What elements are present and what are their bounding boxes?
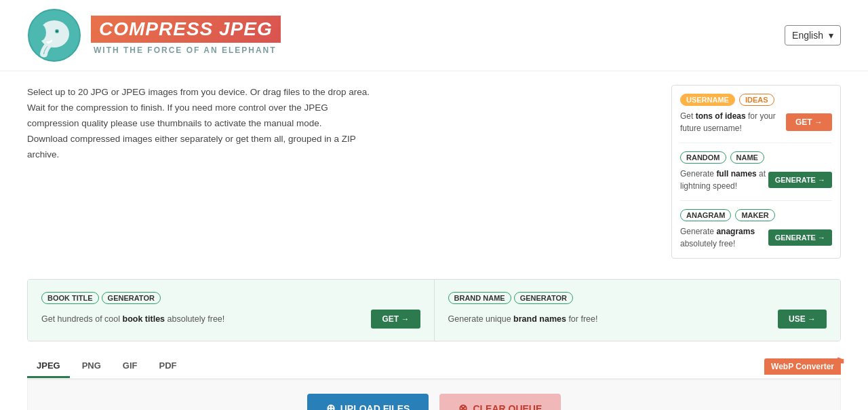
sidebar-ad-anagram: ANAGRAM MAKER Generate anagrams absolute… [680,209,832,250]
tab-gif[interactable]: GIF [113,355,147,378]
tab-jpeg[interactable]: JPEG [27,355,70,378]
banner-ad1-tags: BOOK TITLE GENERATOR [41,292,420,304]
desc-line3: compression quality please use thumbnail… [27,118,322,128]
banner-ad-brand-name: BRAND NAME GENERATOR Generate unique bra… [435,280,841,341]
sidebar-ad-random-name: RANDOM NAME Generate full names at light… [680,151,832,201]
sidebar-ad-username: USERNAME IDEAS Get tons of ideas for you… [680,94,832,143]
ad1-get-button[interactable]: GET → [786,113,832,131]
ad2-description: Generate full names at lightning speed! [680,168,768,192]
elephant-logo [27,8,81,62]
ad1-description: Get tons of ideas for your future userna… [680,110,786,134]
language-selector[interactable]: English ▾ [785,25,841,45]
upload-buttons: ⊕ UPLOAD FILES ⊗ CLEAR QUEUE [41,394,827,410]
ad3-row: Generate anagrams absolutely free! GENER… [680,225,832,250]
banner-ad1-tag2: GENERATOR [102,292,161,304]
ad3-tag2: MAKER [735,209,774,221]
banner-ad2-tag2: GENERATOR [514,292,573,304]
ad2-tag-row: RANDOM NAME [680,151,832,164]
tab-png[interactable]: PNG [73,355,111,378]
logo-area: COMPRESS JPEG WITH THE FORCE OF AN ELEPH… [27,8,281,62]
banner-ad1-text: Get hundreds of cool book titles absolut… [41,314,224,324]
logo-title: COMPRESS JPEG [91,16,281,43]
svg-point-4 [56,31,58,33]
description: Select up to 20 JPG or JPEG images from … [27,85,407,163]
banner-ad2-text: Generate unique brand names for free! [448,314,598,324]
chevron-down-icon: ▾ [829,30,833,41]
right-sidebar: USERNAME IDEAS Get tons of ideas for you… [671,85,841,259]
ad2-generate-button[interactable]: GENERATE → [768,172,832,188]
ad3-tag1: ANAGRAM [680,209,731,221]
desc-line5: archive. [27,149,59,160]
ad3-description: Generate anagrams absolutely free! [680,225,768,250]
desc-line1: Select up to 20 JPG or JPEG images from … [27,87,370,97]
tab-pdf[interactable]: PDF [150,355,186,378]
desc-line4: Download compressed images either separa… [27,134,356,144]
left-content: Select up to 20 JPG or JPEG images from … [27,85,658,259]
main-content: Select up to 20 JPG or JPEG images from … [0,71,868,272]
language-label: English [792,30,823,41]
ad3-generate-button[interactable]: GENERATE → [768,229,832,246]
ad1-row: Get tons of ideas for your future userna… [680,110,832,134]
webp-converter-badge[interactable]: WebP Converter [764,358,841,375]
banner-ad2-tag1: BRAND NAME [448,292,511,304]
upload-icon: ⊕ [326,402,335,410]
banner-ad2-use-button[interactable]: USE → [778,310,827,329]
banner-ad-book-title: BOOK TITLE GENERATOR Get hundreds of coo… [28,280,435,341]
ad2-row: Generate full names at lightning speed! … [680,168,832,192]
tool-tabs: JPEG PNG GIF PDF WebP Converter [27,355,841,379]
banner-ad1-row: Get hundreds of cool book titles absolut… [41,310,420,329]
banner-ad2-tags: BRAND NAME GENERATOR [448,292,827,304]
ad1-tag2: IDEAS [739,94,774,106]
banner-ad1-get-button[interactable]: GET → [371,310,420,329]
ad1-tag-row: USERNAME IDEAS [680,94,832,106]
svg-point-2 [35,24,46,41]
ad2-tag2: NAME [730,151,764,164]
desc-line2: Wait for the compression to finish. If y… [27,102,328,113]
banner-ads: BOOK TITLE GENERATOR Get hundreds of coo… [27,279,841,341]
upload-label: UPLOAD FILES [340,403,410,411]
upload-files-button[interactable]: ⊕ UPLOAD FILES [307,394,429,410]
clear-label: CLEAR QUEUE [473,403,542,411]
ad2-tag1: RANDOM [680,151,726,164]
header: COMPRESS JPEG WITH THE FORCE OF AN ELEPH… [0,0,868,71]
logo-text: COMPRESS JPEG WITH THE FORCE OF AN ELEPH… [91,16,281,55]
clear-icon: ⊗ [458,402,467,410]
tabs-list: JPEG PNG GIF PDF [27,355,186,378]
logo-subtitle: WITH THE FORCE OF AN ELEPHANT [91,45,281,55]
clear-queue-button[interactable]: ⊗ CLEAR QUEUE [439,394,561,410]
upload-section: ⊕ UPLOAD FILES ⊗ CLEAR QUEUE ‹ Drop Your… [27,379,841,410]
ad3-tag-row: ANAGRAM MAKER [680,209,832,221]
banner-ad2-row: Generate unique brand names for free! US… [448,310,827,329]
banner-ad1-tag1: BOOK TITLE [41,292,99,304]
ad1-tag1: USERNAME [680,94,735,106]
